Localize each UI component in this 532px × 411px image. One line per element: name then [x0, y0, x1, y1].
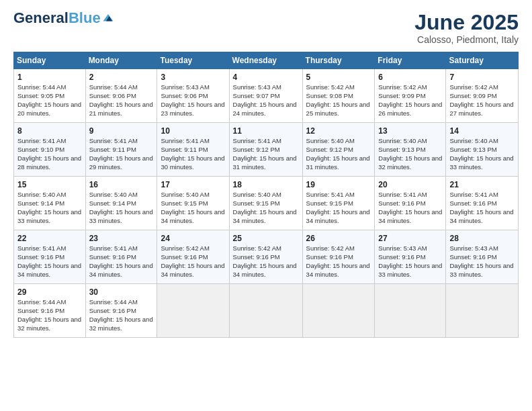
location-subtitle: Calosso, Piedmont, Italy: [414, 34, 519, 45]
empty-cell: [375, 284, 446, 338]
day-1: 1Sunrise: 5:44 AMSunset: 9:05 PMDaylight…: [14, 69, 86, 123]
empty-cell: [446, 284, 519, 338]
table-row: 8Sunrise: 5:41 AMSunset: 9:10 PMDaylight…: [14, 123, 519, 177]
table-row: 15Sunrise: 5:40 AMSunset: 9:14 PMDayligh…: [14, 177, 519, 230]
day-29: 29Sunrise: 5:44 AMSunset: 9:16 PMDayligh…: [14, 284, 86, 338]
page-header: GeneralBlue June 2025 Calosso, Piedmont,…: [13, 11, 519, 45]
logo-text: GeneralBlue: [13, 11, 101, 26]
col-saturday: Saturday: [446, 52, 519, 69]
day-22: 22Sunrise: 5:41 AMSunset: 9:16 PMDayligh…: [14, 230, 86, 284]
day-25: 25Sunrise: 5:42 AMSunset: 9:16 PMDayligh…: [229, 230, 302, 284]
logo: GeneralBlue: [13, 11, 114, 26]
day-3: 3Sunrise: 5:43 AMSunset: 9:06 PMDaylight…: [157, 69, 229, 123]
table-row: 1Sunrise: 5:44 AMSunset: 9:05 PMDaylight…: [14, 69, 519, 123]
day-23: 23Sunrise: 5:41 AMSunset: 9:16 PMDayligh…: [85, 230, 157, 284]
day-4: 4Sunrise: 5:43 AMSunset: 9:07 PMDaylight…: [229, 69, 302, 123]
day-21: 21Sunrise: 5:41 AMSunset: 9:16 PMDayligh…: [446, 177, 519, 230]
day-28: 28Sunrise: 5:43 AMSunset: 9:16 PMDayligh…: [446, 230, 519, 284]
col-thursday: Thursday: [302, 52, 375, 69]
day-15: 15Sunrise: 5:40 AMSunset: 9:14 PMDayligh…: [14, 177, 86, 230]
empty-cell: [229, 284, 302, 338]
day-9: 9Sunrise: 5:41 AMSunset: 9:11 PMDaylight…: [85, 123, 157, 177]
day-27: 27Sunrise: 5:43 AMSunset: 9:16 PMDayligh…: [375, 230, 446, 284]
day-11: 11Sunrise: 5:41 AMSunset: 9:12 PMDayligh…: [229, 123, 302, 177]
calendar-table: Sunday Monday Tuesday Wednesday Thursday…: [13, 52, 519, 338]
table-row: 29Sunrise: 5:44 AMSunset: 9:16 PMDayligh…: [14, 284, 519, 338]
empty-cell: [157, 284, 229, 338]
day-14: 14Sunrise: 5:40 AMSunset: 9:13 PMDayligh…: [446, 123, 519, 177]
logo-icon: [102, 12, 114, 24]
col-wednesday: Wednesday: [229, 52, 302, 69]
day-12: 12Sunrise: 5:40 AMSunset: 9:12 PMDayligh…: [302, 123, 375, 177]
day-24: 24Sunrise: 5:42 AMSunset: 9:16 PMDayligh…: [157, 230, 229, 284]
day-13: 13Sunrise: 5:40 AMSunset: 9:13 PMDayligh…: [375, 123, 446, 177]
day-7: 7Sunrise: 5:42 AMSunset: 9:09 PMDaylight…: [446, 69, 519, 123]
day-17: 17Sunrise: 5:40 AMSunset: 9:15 PMDayligh…: [157, 177, 229, 230]
day-30: 30Sunrise: 5:44 AMSunset: 9:16 PMDayligh…: [85, 284, 157, 338]
col-friday: Friday: [375, 52, 446, 69]
col-monday: Monday: [85, 52, 157, 69]
day-2: 2Sunrise: 5:44 AMSunset: 9:06 PMDaylight…: [85, 69, 157, 123]
col-tuesday: Tuesday: [157, 52, 229, 69]
day-5: 5Sunrise: 5:42 AMSunset: 9:08 PMDaylight…: [302, 69, 375, 123]
day-6: 6Sunrise: 5:42 AMSunset: 9:09 PMDaylight…: [375, 69, 446, 123]
day-20: 20Sunrise: 5:41 AMSunset: 9:16 PMDayligh…: [375, 177, 446, 230]
day-10: 10Sunrise: 5:41 AMSunset: 9:11 PMDayligh…: [157, 123, 229, 177]
day-18: 18Sunrise: 5:40 AMSunset: 9:15 PMDayligh…: [229, 177, 302, 230]
day-19: 19Sunrise: 5:41 AMSunset: 9:15 PMDayligh…: [302, 177, 375, 230]
day-16: 16Sunrise: 5:40 AMSunset: 9:14 PMDayligh…: [85, 177, 157, 230]
day-8: 8Sunrise: 5:41 AMSunset: 9:10 PMDaylight…: [14, 123, 86, 177]
col-sunday: Sunday: [14, 52, 86, 69]
table-row: 22Sunrise: 5:41 AMSunset: 9:16 PMDayligh…: [14, 230, 519, 284]
day-26: 26Sunrise: 5:42 AMSunset: 9:16 PMDayligh…: [302, 230, 375, 284]
title-block: June 2025 Calosso, Piedmont, Italy: [414, 11, 519, 45]
month-title: June 2025: [414, 11, 519, 34]
empty-cell: [302, 284, 375, 338]
